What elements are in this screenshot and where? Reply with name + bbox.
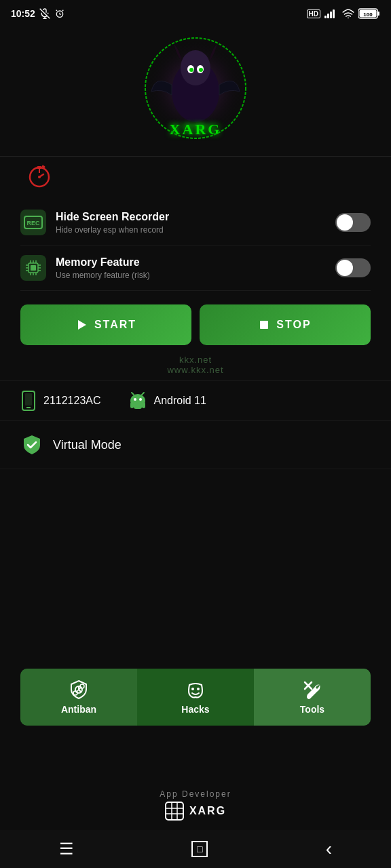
nav-back-button[interactable]: ‹ xyxy=(326,838,332,860)
hacks-icon xyxy=(185,679,206,700)
watermark-line2: www.kkx.net xyxy=(0,365,391,375)
play-icon xyxy=(75,319,88,331)
svg-line-53 xyxy=(132,393,134,395)
device-id-item: 2112123AC xyxy=(20,391,101,411)
tab-antiban[interactable]: Antiban xyxy=(20,669,137,726)
watermark: kkx.net www.kkx.net xyxy=(0,352,391,380)
action-buttons: START STOP xyxy=(0,291,391,352)
memory-feature-row: Memory Feature Use memory feature (risk) xyxy=(20,245,371,291)
cpu-icon-container xyxy=(20,255,46,281)
svg-rect-32 xyxy=(31,265,36,271)
toggle-memory[interactable] xyxy=(335,258,371,277)
app-developer-name-text: XARG xyxy=(189,805,226,817)
toggle-knob-rec xyxy=(337,214,353,231)
signal-icon xyxy=(324,9,338,18)
svg-point-27 xyxy=(38,176,41,178)
svg-rect-7 xyxy=(333,9,335,18)
tab-tools-label: Tools xyxy=(300,704,324,715)
svg-point-51 xyxy=(134,398,136,401)
app-developer: App Developer XARG xyxy=(0,789,391,821)
svg-point-52 xyxy=(139,398,142,401)
rec-icon: REC xyxy=(24,216,43,229)
svg-rect-6 xyxy=(330,12,332,18)
tab-tools[interactable]: Tools xyxy=(254,669,371,726)
svg-text:REC: REC xyxy=(26,220,40,226)
svg-rect-10 xyxy=(377,12,379,16)
svg-text:100: 100 xyxy=(363,12,373,18)
svg-rect-57 xyxy=(134,401,142,409)
feature-sub-rec: Hide overlay esp when record xyxy=(56,225,169,235)
android-icon xyxy=(128,391,147,410)
device-id-text: 2112123AC xyxy=(43,395,101,407)
start-button[interactable]: START xyxy=(20,304,191,345)
android-version-item: Android 11 xyxy=(128,391,206,410)
status-left: 10:52 xyxy=(11,8,65,19)
content-spacer xyxy=(0,469,391,524)
tab-antiban-label: Antiban xyxy=(61,704,96,715)
tab-hacks[interactable]: Hacks xyxy=(137,669,254,726)
timer-icon xyxy=(27,163,52,188)
cpu-icon xyxy=(24,258,43,277)
time-display: 10:52 xyxy=(11,8,35,19)
svg-marker-45 xyxy=(78,320,86,330)
virtual-mode-row: Virtual Mode xyxy=(0,421,391,469)
stop-button[interactable]: STOP xyxy=(200,304,371,345)
timer-row xyxy=(0,156,391,197)
virtual-mode-label: Virtual Mode xyxy=(53,438,122,452)
app-developer-name: XARG xyxy=(0,802,391,821)
feature-section: REC Hide Screen Recorder Hide overlay es… xyxy=(0,200,391,291)
battery-icon: 100 xyxy=(358,8,380,19)
svg-rect-46 xyxy=(260,321,268,329)
svg-point-62 xyxy=(191,688,194,690)
logo-area: XARG xyxy=(0,27,391,156)
device-info-row: 2112123AC Android 11 xyxy=(0,380,391,421)
feature-text-memory: Memory Feature Use memory feature (risk) xyxy=(56,256,150,281)
hide-screen-recorder-row: REC Hide Screen Recorder Hide overlay es… xyxy=(20,200,371,245)
nav-home-button[interactable]: □ xyxy=(191,841,208,857)
status-right: HD 100 xyxy=(307,8,380,19)
svg-rect-56 xyxy=(142,402,145,408)
phone-icon xyxy=(20,391,37,411)
toggle-knob-memory xyxy=(337,260,353,276)
nav-bar: ☰ □ ‹ xyxy=(0,830,391,868)
stop-label: STOP xyxy=(276,319,311,331)
watermark-line1: kkx.net xyxy=(0,355,391,365)
toggle-rec[interactable] xyxy=(335,213,371,232)
tab-hacks-label: Hacks xyxy=(181,704,209,715)
feature-title-rec: Hide Screen Recorder xyxy=(56,210,169,224)
feature-sub-memory: Use memory feature (risk) xyxy=(56,271,150,280)
svg-point-63 xyxy=(197,688,200,690)
rec-icon-container: REC xyxy=(20,210,46,235)
svg-text:XARG: XARG xyxy=(170,121,222,138)
svg-rect-5 xyxy=(327,14,329,18)
tools-icon xyxy=(302,679,322,700)
alarm-icon xyxy=(54,8,65,19)
bottom-tabs-container: Antiban Hacks Tools xyxy=(0,723,391,780)
nav-menu-button[interactable]: ☰ xyxy=(59,840,74,859)
status-bar: 10:52 HD xyxy=(0,0,391,27)
stop-icon xyxy=(259,319,269,330)
shield-check-icon xyxy=(20,433,43,456)
bottom-tabs: Antiban Hacks Tools xyxy=(20,669,371,726)
svg-point-19 xyxy=(199,68,203,72)
svg-rect-49 xyxy=(25,393,32,406)
svg-rect-66 xyxy=(166,802,183,820)
grid-icon xyxy=(165,802,184,821)
start-label: START xyxy=(94,319,136,331)
feature-left-memory: Memory Feature Use memory feature (risk) xyxy=(20,255,150,281)
mute-icon xyxy=(39,8,50,19)
svg-rect-55 xyxy=(130,402,134,408)
app-developer-label: App Developer xyxy=(0,789,391,799)
svg-point-8 xyxy=(348,18,349,18)
feature-left-rec: REC Hide Screen Recorder Hide overlay es… xyxy=(20,210,169,235)
feature-title-memory: Memory Feature xyxy=(56,256,150,270)
svg-rect-4 xyxy=(324,16,327,18)
svg-line-54 xyxy=(142,393,144,395)
android-version-text: Android 11 xyxy=(154,395,206,407)
wifi-icon xyxy=(342,9,354,18)
antiban-icon xyxy=(69,679,89,700)
svg-point-18 xyxy=(189,68,193,72)
hd-badge: HD xyxy=(307,9,320,18)
feature-text-rec: Hide Screen Recorder Hide overlay esp wh… xyxy=(56,210,169,235)
app-logo: XARG xyxy=(141,34,250,142)
